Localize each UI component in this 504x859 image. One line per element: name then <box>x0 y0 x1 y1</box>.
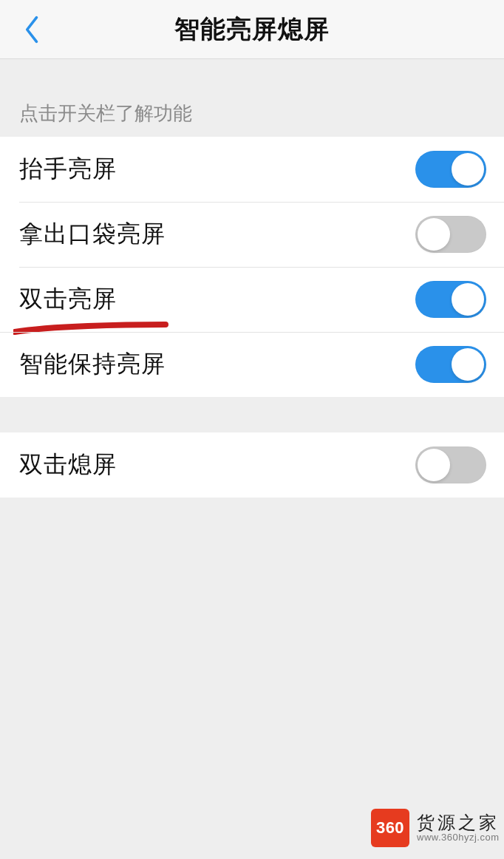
toggle-knob <box>452 153 484 186</box>
row-label: 抬手亮屏 <box>19 153 117 186</box>
settings-row[interactable]: 双击熄屏 <box>0 432 504 498</box>
watermark-url: www.360hyzj.com <box>417 832 500 843</box>
row-label: 双击亮屏 <box>19 283 117 316</box>
header-bar: 智能亮屏熄屏 <box>0 0 504 59</box>
watermark-text: 货源之家 www.360hyzj.com <box>417 812 500 844</box>
settings-row[interactable]: 智能保持亮屏 <box>0 332 504 397</box>
row-label: 智能保持亮屏 <box>19 348 166 381</box>
toggle-switch[interactable] <box>415 216 486 253</box>
toggle-switch[interactable] <box>415 281 486 318</box>
toggle-knob <box>452 348 484 381</box>
toggle-switch[interactable] <box>415 346 486 383</box>
toggle-switch[interactable] <box>415 447 486 483</box>
settings-row[interactable]: 抬手亮屏 <box>0 137 504 202</box>
toggle-switch[interactable] <box>415 151 486 188</box>
toggle-knob <box>452 283 484 316</box>
section-hint: 点击开关栏了解功能 <box>0 59 504 137</box>
settings-group-2: 双击熄屏 <box>0 432 504 498</box>
back-button[interactable] <box>16 13 49 46</box>
chevron-left-icon <box>24 15 41 44</box>
group-gap <box>0 397 504 432</box>
settings-row[interactable]: 双击亮屏 <box>0 267 504 332</box>
watermark-title: 货源之家 <box>417 812 500 833</box>
page-title: 智能亮屏熄屏 <box>174 13 330 47</box>
row-label: 拿出口袋亮屏 <box>19 218 166 251</box>
settings-group-1: 抬手亮屏拿出口袋亮屏双击亮屏智能保持亮屏 <box>0 137 504 397</box>
watermark-badge: 360 <box>371 809 409 847</box>
row-label: 双击熄屏 <box>19 449 117 481</box>
toggle-knob <box>418 449 450 481</box>
toggle-knob <box>418 218 450 251</box>
watermark: 360 货源之家 www.360hyzj.com <box>371 809 500 847</box>
settings-row[interactable]: 拿出口袋亮屏 <box>0 202 504 267</box>
